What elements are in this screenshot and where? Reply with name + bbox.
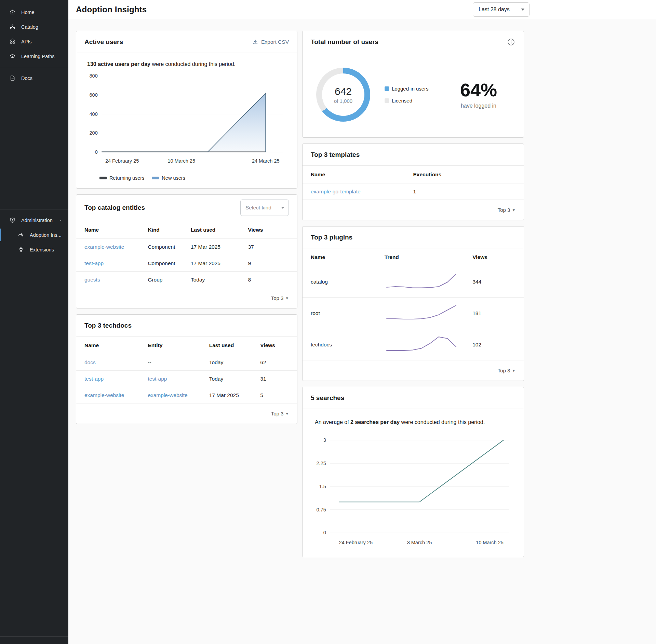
techdoc-link[interactable]: example-website — [84, 392, 124, 398]
sidebar-item-label: Extensions — [30, 247, 54, 252]
svg-text:3 March 25: 3 March 25 — [407, 540, 432, 545]
chevron-down-icon[interactable] — [58, 218, 63, 223]
techdoc-link[interactable]: docs — [84, 359, 96, 365]
caret-down-icon: ▾ — [512, 368, 515, 373]
table-row: catalog 344 — [303, 266, 524, 298]
card-title: Top 3 techdocs — [84, 322, 132, 329]
docs-icon — [9, 75, 16, 81]
sidebar-item-label: Administration — [21, 218, 53, 223]
active-users-chart: 800600400200024 February 2510 March 2524… — [84, 71, 290, 174]
home-icon — [9, 9, 16, 15]
top3-label: Top 3 — [271, 295, 284, 301]
views-cell: 181 — [472, 310, 516, 316]
top-catalog-entities-card: Top catalog entities Select kind Name Ki… — [76, 194, 297, 309]
last-used-cell: 17 Mar 2025 — [191, 260, 248, 266]
sidebar-item-docs[interactable]: Docs — [0, 71, 68, 85]
select-kind-placeholder: Select kind — [245, 205, 271, 211]
entity-cell: -- — [148, 359, 209, 366]
card-title: Top 3 templates — [311, 151, 360, 159]
top3-label: Top 3 — [271, 411, 284, 416]
sidebar-item-home[interactable]: Home — [0, 5, 68, 19]
top3-pagination-control[interactable]: Top 3 ▾ — [303, 200, 524, 220]
table-header-row: Name Entity Last used Views — [76, 337, 297, 354]
svg-text:0: 0 — [95, 149, 98, 155]
searches-card: 5 searches An average of 2 searches per … — [302, 387, 524, 557]
views-cell: 9 — [248, 260, 289, 266]
views-cell: 5 — [260, 392, 289, 398]
entity-link[interactable]: example-website — [148, 392, 187, 398]
legend-item: New users — [152, 175, 185, 181]
top3-pagination-control[interactable]: Top 3 ▾ — [76, 288, 297, 308]
template-link[interactable]: example-go-template — [311, 189, 361, 194]
table-row: root 181 — [303, 298, 524, 329]
techdoc-link[interactable]: test-app — [84, 376, 104, 382]
date-range-value: Last 28 days — [479, 6, 510, 13]
donut-total: of 1,000 — [334, 98, 352, 104]
caret-down-icon: ▾ — [286, 296, 288, 301]
plug-icon — [18, 246, 24, 253]
column-header: Views — [248, 227, 289, 233]
sidebar-item-catalog[interactable]: Catalog — [0, 19, 68, 34]
table-row: example-go-template 1 — [303, 183, 524, 200]
trend-sparkline — [385, 334, 458, 355]
export-csv-button[interactable]: Export CSV — [253, 39, 289, 45]
caret-down-icon: ▾ — [286, 411, 288, 416]
column-header: Name — [84, 342, 148, 348]
svg-text:2.25: 2.25 — [316, 461, 326, 466]
legend-label: Returning users — [109, 175, 144, 181]
card-title: Total number of users — [311, 38, 378, 46]
svg-text:10 March 25: 10 March 25 — [168, 158, 195, 164]
card-title: Top catalog entities — [84, 204, 145, 211]
entity-link[interactable]: guests — [84, 277, 100, 283]
views-cell: 344 — [472, 279, 516, 285]
date-range-select[interactable]: Last 28 days — [473, 2, 530, 17]
learning-paths-icon — [9, 53, 16, 59]
donut-value: 642 — [335, 86, 352, 97]
sidebar-item-apis[interactable]: APIs — [0, 34, 68, 49]
entity-link[interactable]: test-app — [84, 260, 104, 266]
top3-pagination-control[interactable]: Top 3 ▾ — [303, 360, 524, 381]
card-title: Top 3 plugins — [311, 234, 352, 241]
info-icon[interactable] — [507, 38, 516, 46]
top3-pagination-control[interactable]: Top 3 ▾ — [76, 403, 297, 424]
legend-item: Returning users — [99, 175, 144, 181]
svg-text:10 March 25: 10 March 25 — [476, 540, 504, 545]
sidebar-item-label: Home — [21, 10, 35, 15]
sidebar-footer — [0, 636, 68, 644]
sidebar: Home Catalog APIs Learning Paths Docs Ad… — [0, 0, 68, 644]
legend-label: New users — [162, 175, 185, 181]
entity-link[interactable]: example-website — [84, 244, 124, 250]
table-row: test-app test-app Today 31 — [76, 371, 297, 387]
adoption-insights-icon — [18, 232, 24, 238]
searches-summary: An average of 2 searches per day were co… — [315, 419, 516, 425]
top3-label: Top 3 — [498, 207, 510, 213]
logged-in-swatch — [385, 86, 389, 91]
active-users-summary: 130 active users per day were conducted … — [87, 61, 289, 67]
sidebar-item-learning-paths[interactable]: Learning Paths — [0, 49, 68, 64]
sidebar-item-administration[interactable]: Administration — [0, 213, 68, 228]
entity-link[interactable]: test-app — [148, 376, 167, 382]
svg-text:400: 400 — [90, 111, 98, 117]
main-area: Adoption Insights Last 28 days Active us… — [68, 0, 656, 644]
sidebar-item-adoption-insights[interactable]: Adoption Ins... — [0, 228, 68, 242]
top-templates-card: Top 3 templates Name Executions example-… — [302, 143, 524, 220]
column-header: Name — [84, 227, 148, 233]
licensed-swatch — [385, 98, 389, 103]
api-icon — [9, 38, 16, 45]
svg-text:24 March 25: 24 March 25 — [252, 158, 280, 164]
table-row: example-website Component 17 Mar 2025 37 — [76, 239, 297, 255]
views-cell: 102 — [472, 342, 516, 348]
top-techdocs-card: Top 3 techdocs Name Entity Last used Vie… — [76, 314, 297, 424]
select-kind-dropdown[interactable]: Select kind — [240, 200, 289, 216]
returning-users-swatch — [99, 177, 107, 179]
svg-text:0.75: 0.75 — [316, 507, 326, 512]
views-cell: 37 — [248, 244, 289, 250]
sidebar-item-label: Adoption Ins... — [30, 232, 62, 238]
sidebar-item-extensions[interactable]: Extensions — [0, 242, 68, 257]
donut-center-label: 642 of 1,000 — [316, 68, 370, 122]
trend-sparkline — [385, 303, 458, 324]
executions-cell: 1 — [413, 189, 516, 195]
svg-text:0: 0 — [323, 530, 326, 535]
legend-label: Logged-in users — [392, 86, 429, 92]
column-header: Kind — [148, 227, 191, 233]
